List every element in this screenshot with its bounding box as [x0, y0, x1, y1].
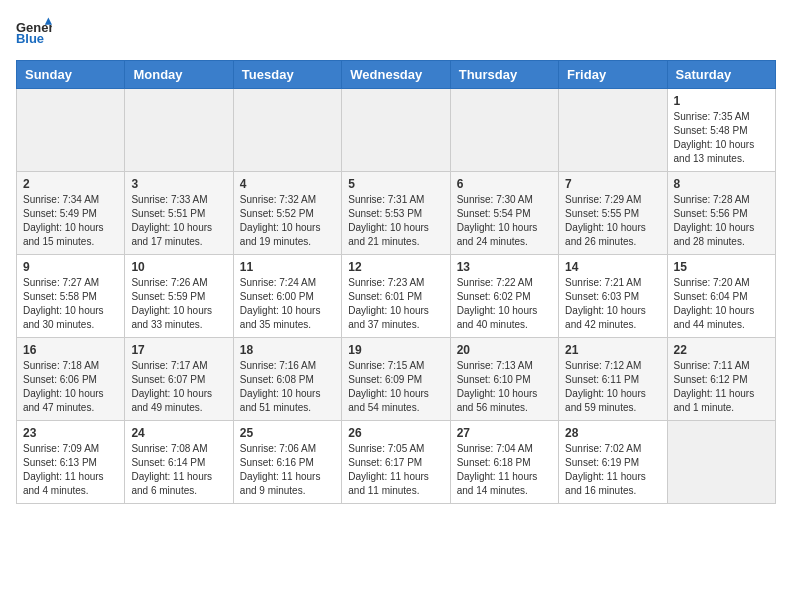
day-number: 6: [457, 177, 552, 191]
calendar-cell: 5Sunrise: 7:31 AM Sunset: 5:53 PM Daylig…: [342, 172, 450, 255]
day-info: Sunrise: 7:34 AM Sunset: 5:49 PM Dayligh…: [23, 193, 118, 249]
calendar-cell: [559, 89, 667, 172]
logo: General Blue: [16, 16, 52, 52]
day-info: Sunrise: 7:22 AM Sunset: 6:02 PM Dayligh…: [457, 276, 552, 332]
calendar-cell: 4Sunrise: 7:32 AM Sunset: 5:52 PM Daylig…: [233, 172, 341, 255]
calendar-cell: 12Sunrise: 7:23 AM Sunset: 6:01 PM Dayli…: [342, 255, 450, 338]
day-number: 11: [240, 260, 335, 274]
page-header: General Blue: [16, 16, 776, 52]
calendar-header-tuesday: Tuesday: [233, 61, 341, 89]
day-info: Sunrise: 7:23 AM Sunset: 6:01 PM Dayligh…: [348, 276, 443, 332]
day-info: Sunrise: 7:02 AM Sunset: 6:19 PM Dayligh…: [565, 442, 660, 498]
calendar-cell: 22Sunrise: 7:11 AM Sunset: 6:12 PM Dayli…: [667, 338, 775, 421]
day-number: 17: [131, 343, 226, 357]
calendar-week-0: 1Sunrise: 7:35 AM Sunset: 5:48 PM Daylig…: [17, 89, 776, 172]
day-number: 26: [348, 426, 443, 440]
calendar-cell: 25Sunrise: 7:06 AM Sunset: 6:16 PM Dayli…: [233, 421, 341, 504]
calendar-cell: 19Sunrise: 7:15 AM Sunset: 6:09 PM Dayli…: [342, 338, 450, 421]
calendar-cell: 18Sunrise: 7:16 AM Sunset: 6:08 PM Dayli…: [233, 338, 341, 421]
day-info: Sunrise: 7:30 AM Sunset: 5:54 PM Dayligh…: [457, 193, 552, 249]
day-number: 25: [240, 426, 335, 440]
calendar-week-2: 9Sunrise: 7:27 AM Sunset: 5:58 PM Daylig…: [17, 255, 776, 338]
calendar-cell: 17Sunrise: 7:17 AM Sunset: 6:07 PM Dayli…: [125, 338, 233, 421]
svg-text:Blue: Blue: [16, 31, 44, 46]
calendar-cell: 9Sunrise: 7:27 AM Sunset: 5:58 PM Daylig…: [17, 255, 125, 338]
day-number: 2: [23, 177, 118, 191]
day-info: Sunrise: 7:16 AM Sunset: 6:08 PM Dayligh…: [240, 359, 335, 415]
day-number: 12: [348, 260, 443, 274]
day-info: Sunrise: 7:12 AM Sunset: 6:11 PM Dayligh…: [565, 359, 660, 415]
calendar-cell: 2Sunrise: 7:34 AM Sunset: 5:49 PM Daylig…: [17, 172, 125, 255]
calendar-cell: [342, 89, 450, 172]
logo-icon: General Blue: [16, 16, 52, 52]
day-number: 5: [348, 177, 443, 191]
calendar-cell: 13Sunrise: 7:22 AM Sunset: 6:02 PM Dayli…: [450, 255, 558, 338]
calendar-header-sunday: Sunday: [17, 61, 125, 89]
day-info: Sunrise: 7:11 AM Sunset: 6:12 PM Dayligh…: [674, 359, 769, 415]
day-number: 27: [457, 426, 552, 440]
calendar-header-monday: Monday: [125, 61, 233, 89]
day-number: 19: [348, 343, 443, 357]
day-number: 28: [565, 426, 660, 440]
day-number: 1: [674, 94, 769, 108]
calendar-cell: 11Sunrise: 7:24 AM Sunset: 6:00 PM Dayli…: [233, 255, 341, 338]
day-number: 7: [565, 177, 660, 191]
calendar-cell: [667, 421, 775, 504]
day-number: 21: [565, 343, 660, 357]
day-number: 20: [457, 343, 552, 357]
calendar-cell: 16Sunrise: 7:18 AM Sunset: 6:06 PM Dayli…: [17, 338, 125, 421]
calendar-cell: 6Sunrise: 7:30 AM Sunset: 5:54 PM Daylig…: [450, 172, 558, 255]
calendar-header-wednesday: Wednesday: [342, 61, 450, 89]
calendar-header-saturday: Saturday: [667, 61, 775, 89]
day-info: Sunrise: 7:09 AM Sunset: 6:13 PM Dayligh…: [23, 442, 118, 498]
day-info: Sunrise: 7:20 AM Sunset: 6:04 PM Dayligh…: [674, 276, 769, 332]
day-number: 14: [565, 260, 660, 274]
day-number: 13: [457, 260, 552, 274]
day-number: 22: [674, 343, 769, 357]
calendar-cell: 10Sunrise: 7:26 AM Sunset: 5:59 PM Dayli…: [125, 255, 233, 338]
calendar-cell: 15Sunrise: 7:20 AM Sunset: 6:04 PM Dayli…: [667, 255, 775, 338]
day-info: Sunrise: 7:17 AM Sunset: 6:07 PM Dayligh…: [131, 359, 226, 415]
calendar-cell: 21Sunrise: 7:12 AM Sunset: 6:11 PM Dayli…: [559, 338, 667, 421]
day-info: Sunrise: 7:24 AM Sunset: 6:00 PM Dayligh…: [240, 276, 335, 332]
day-number: 3: [131, 177, 226, 191]
day-number: 15: [674, 260, 769, 274]
calendar-cell: 26Sunrise: 7:05 AM Sunset: 6:17 PM Dayli…: [342, 421, 450, 504]
day-number: 18: [240, 343, 335, 357]
calendar-week-3: 16Sunrise: 7:18 AM Sunset: 6:06 PM Dayli…: [17, 338, 776, 421]
calendar-cell: 20Sunrise: 7:13 AM Sunset: 6:10 PM Dayli…: [450, 338, 558, 421]
day-info: Sunrise: 7:21 AM Sunset: 6:03 PM Dayligh…: [565, 276, 660, 332]
day-number: 4: [240, 177, 335, 191]
calendar-table: SundayMondayTuesdayWednesdayThursdayFrid…: [16, 60, 776, 504]
day-info: Sunrise: 7:26 AM Sunset: 5:59 PM Dayligh…: [131, 276, 226, 332]
day-number: 23: [23, 426, 118, 440]
day-info: Sunrise: 7:31 AM Sunset: 5:53 PM Dayligh…: [348, 193, 443, 249]
calendar-cell: 24Sunrise: 7:08 AM Sunset: 6:14 PM Dayli…: [125, 421, 233, 504]
day-info: Sunrise: 7:08 AM Sunset: 6:14 PM Dayligh…: [131, 442, 226, 498]
day-info: Sunrise: 7:35 AM Sunset: 5:48 PM Dayligh…: [674, 110, 769, 166]
day-info: Sunrise: 7:27 AM Sunset: 5:58 PM Dayligh…: [23, 276, 118, 332]
day-number: 8: [674, 177, 769, 191]
day-number: 10: [131, 260, 226, 274]
day-info: Sunrise: 7:33 AM Sunset: 5:51 PM Dayligh…: [131, 193, 226, 249]
day-info: Sunrise: 7:06 AM Sunset: 6:16 PM Dayligh…: [240, 442, 335, 498]
calendar-header-row: SundayMondayTuesdayWednesdayThursdayFrid…: [17, 61, 776, 89]
day-number: 9: [23, 260, 118, 274]
calendar-cell: [450, 89, 558, 172]
calendar-cell: 28Sunrise: 7:02 AM Sunset: 6:19 PM Dayli…: [559, 421, 667, 504]
day-info: Sunrise: 7:32 AM Sunset: 5:52 PM Dayligh…: [240, 193, 335, 249]
calendar-cell: 23Sunrise: 7:09 AM Sunset: 6:13 PM Dayli…: [17, 421, 125, 504]
day-info: Sunrise: 7:04 AM Sunset: 6:18 PM Dayligh…: [457, 442, 552, 498]
day-info: Sunrise: 7:05 AM Sunset: 6:17 PM Dayligh…: [348, 442, 443, 498]
calendar-header-friday: Friday: [559, 61, 667, 89]
calendar-cell: [17, 89, 125, 172]
calendar-week-4: 23Sunrise: 7:09 AM Sunset: 6:13 PM Dayli…: [17, 421, 776, 504]
day-info: Sunrise: 7:29 AM Sunset: 5:55 PM Dayligh…: [565, 193, 660, 249]
calendar-cell: 14Sunrise: 7:21 AM Sunset: 6:03 PM Dayli…: [559, 255, 667, 338]
day-number: 16: [23, 343, 118, 357]
calendar-cell: 8Sunrise: 7:28 AM Sunset: 5:56 PM Daylig…: [667, 172, 775, 255]
day-info: Sunrise: 7:15 AM Sunset: 6:09 PM Dayligh…: [348, 359, 443, 415]
day-info: Sunrise: 7:13 AM Sunset: 6:10 PM Dayligh…: [457, 359, 552, 415]
calendar-cell: 27Sunrise: 7:04 AM Sunset: 6:18 PM Dayli…: [450, 421, 558, 504]
calendar-cell: 1Sunrise: 7:35 AM Sunset: 5:48 PM Daylig…: [667, 89, 775, 172]
